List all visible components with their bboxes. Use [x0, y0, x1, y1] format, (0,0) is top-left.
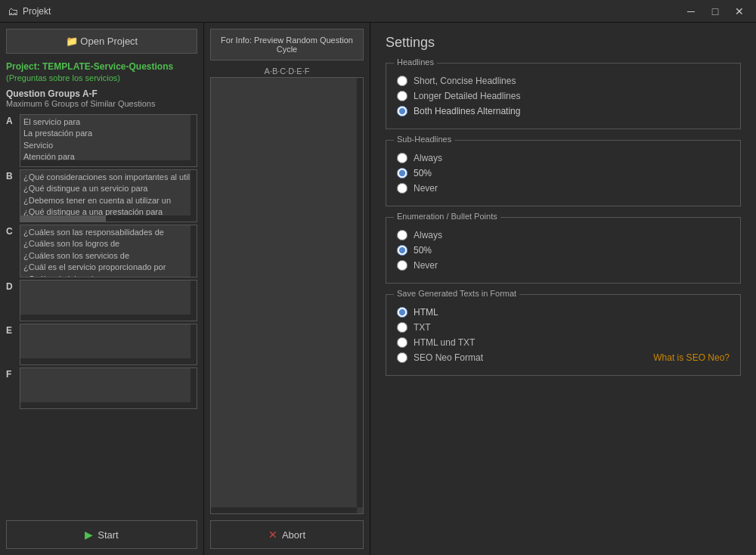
group-section-b: B ¿Qué consideraciones son importantes a… — [6, 169, 197, 222]
enum-label-3[interactable]: Never — [414, 260, 438, 271]
group-list-c[interactable]: ¿Cuáles son las responsabilidades de¿Cuá… — [20, 225, 197, 278]
scrollbar-c[interactable] — [191, 225, 197, 277]
save-radio-4[interactable] — [397, 352, 407, 363]
right-panel: Settings Headlines Short, Concise Headli… — [370, 23, 756, 555]
project-name: Project: TEMPLATE-Service-Questions — [0, 60, 203, 73]
headlines-group-title: Headlines — [394, 57, 437, 67]
question-groups-title: Question Groups A-F — [0, 85, 203, 99]
preview-button[interactable]: For Info: Preview Random Question Cycle — [210, 29, 364, 60]
group-label-e: E — [6, 324, 18, 365]
group-wrapper-f: F — [6, 367, 197, 409]
headline-radio-2[interactable] — [397, 91, 407, 101]
group-list-d[interactable] — [20, 280, 197, 321]
group-section-e: E — [6, 324, 197, 365]
scrollbar-e[interactable] — [191, 324, 197, 364]
group-list-f-content — [20, 368, 197, 371]
headline-label-3[interactable]: Both Headlines Alternating — [414, 106, 520, 116]
scrollbar-b-h[interactable] — [20, 215, 191, 222]
group-list-a-content: El servicio paraLa prestación paraServic… — [20, 115, 197, 167]
scrollbar-a[interactable] — [191, 115, 197, 166]
group-list-e-content — [20, 324, 197, 327]
save-label-1[interactable]: HTML — [414, 307, 438, 318]
save-label-3[interactable]: HTML und TXT — [414, 337, 475, 348]
scrollbar-b[interactable] — [191, 170, 197, 222]
subheadline-label-1[interactable]: Always — [414, 153, 442, 163]
group-label-f: F — [6, 367, 18, 409]
start-button[interactable]: ▶ Start — [6, 520, 197, 549]
settings-title: Settings — [386, 35, 741, 51]
group-section-f: F — [6, 367, 197, 409]
group-list-b[interactable]: ¿Qué consideraciones son importantes al … — [20, 169, 197, 222]
preview-label: A·B·C·D·E·F — [204, 67, 370, 77]
preview-text — [211, 78, 363, 84]
headline-radio-3[interactable] — [397, 106, 407, 116]
subheadline-radio-1[interactable] — [397, 153, 407, 163]
titlebar: 🗂 Projekt ─ □ ✕ — [0, 0, 756, 23]
subheadline-option-1-row: Always — [397, 153, 730, 163]
start-icon: ▶ — [85, 529, 93, 541]
group-wrapper-d: D — [6, 280, 197, 321]
headline-radio-1[interactable] — [397, 76, 407, 86]
enum-radio-1[interactable] — [397, 230, 407, 240]
group-list-f[interactable] — [20, 367, 197, 409]
close-button[interactable]: ✕ — [730, 2, 748, 20]
preview-scrollbar-h[interactable] — [211, 507, 357, 513]
subheadline-option-3-row: Never — [397, 183, 730, 194]
bottom-buttons-middle: ✕ Abort — [204, 514, 370, 555]
enum-radio-3[interactable] — [397, 260, 407, 271]
group-list-e[interactable] — [20, 324, 197, 365]
save-radio-1[interactable] — [397, 307, 407, 318]
enum-label-2[interactable]: 50% — [414, 245, 432, 256]
minimize-button[interactable]: ─ — [682, 2, 700, 20]
preview-area — [210, 77, 364, 514]
scrollbar-f-h[interactable] — [20, 402, 191, 408]
group-label-a: A — [6, 114, 18, 167]
abort-button[interactable]: ✕ Abort — [210, 520, 364, 549]
save-format-group: Save Generated Texts in Format HTML TXT … — [386, 294, 741, 376]
subheadline-option-2-row: 50% — [397, 168, 730, 178]
headline-label-1[interactable]: Short, Concise Headlines — [414, 76, 516, 86]
titlebar-left: 🗂 Projekt — [8, 5, 51, 17]
group-wrapper-a: A El servicio paraLa prestación paraServ… — [6, 114, 197, 167]
subheadline-label-2[interactable]: 50% — [414, 168, 432, 178]
app-title: Projekt — [23, 6, 51, 17]
subheadline-label-3[interactable]: Never — [414, 183, 438, 194]
seo-neo-link[interactable]: What is SEO Neo? — [653, 352, 730, 363]
save-radio-3[interactable] — [397, 337, 407, 348]
headline-label-2[interactable]: Longer Detailed Headlines — [414, 91, 520, 101]
headlines-group: Headlines Short, Concise Headlines Longe… — [386, 63, 741, 129]
subheadline-radio-3[interactable] — [397, 183, 407, 194]
group-section-d: D — [6, 280, 197, 321]
scrollbar-e-h[interactable] — [20, 358, 191, 364]
save-option-3-row: HTML und TXT — [397, 337, 730, 348]
scrollbar-d[interactable] — [191, 281, 197, 321]
save-option-1-row: HTML — [397, 307, 730, 318]
group-label-b: B — [6, 169, 18, 222]
scrollbar-a-h[interactable] — [20, 160, 191, 166]
left-panel: 📁 Open Project Project: TEMPLATE-Service… — [0, 23, 204, 555]
save-radio-2[interactable] — [397, 322, 407, 333]
group-section-a: A El servicio paraLa prestación paraServ… — [6, 114, 197, 167]
enum-radio-2[interactable] — [397, 245, 407, 256]
group-list-c-content: ¿Cuáles son las responsabilidades de¿Cuá… — [20, 225, 197, 278]
enum-label-1[interactable]: Always — [414, 230, 442, 240]
group-list-a[interactable]: El servicio paraLa prestación paraServic… — [20, 114, 197, 167]
bottom-buttons-left: ▶ Start — [0, 514, 203, 555]
sub-headlines-group: Sub-Headlines Always 50% Never — [386, 140, 741, 206]
scrollbar-b-h-thumb — [20, 215, 106, 222]
preview-scrollbar-v[interactable] — [357, 78, 363, 507]
group-label-c: C — [6, 225, 18, 278]
enumeration-group: Enumeration / Bullet Points Always 50% N… — [386, 217, 741, 284]
scrollbar-d-h[interactable] — [20, 315, 191, 321]
save-option-2-row: TXT — [397, 322, 730, 333]
save-label-2[interactable]: TXT — [414, 322, 431, 333]
enum-option-2-row: 50% — [397, 245, 730, 256]
abort-label: Abort — [282, 529, 305, 541]
open-project-button[interactable]: 📁 Open Project — [6, 29, 197, 54]
main-container: 📁 Open Project Project: TEMPLATE-Service… — [0, 23, 756, 555]
scrollbar-f[interactable] — [191, 368, 197, 408]
maximize-button[interactable]: □ — [706, 2, 724, 20]
save-label-4[interactable]: SEO Neo Format — [414, 352, 483, 363]
subheadline-radio-2[interactable] — [397, 168, 407, 178]
group-wrapper-b: B ¿Qué consideraciones son importantes a… — [6, 169, 197, 222]
